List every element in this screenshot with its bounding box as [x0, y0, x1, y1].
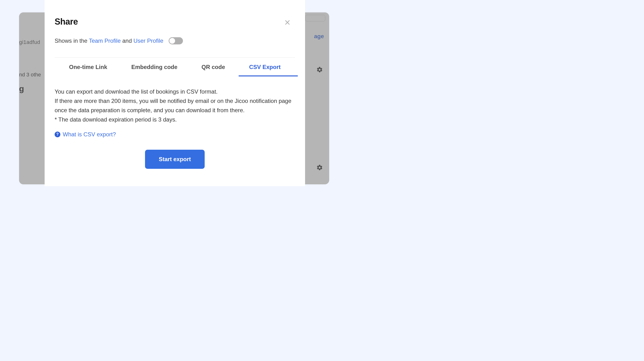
visibility-toggle[interactable]: [169, 37, 183, 45]
close-icon: [284, 19, 290, 27]
visibility-subtitle: Shows in the Team Profile and User Profi…: [54, 37, 295, 45]
description-p2: If there are more than 200 items, you wi…: [54, 97, 295, 115]
action-row: Start export: [54, 150, 295, 169]
csv-export-description: You can export and download the list of …: [54, 87, 295, 124]
start-export-button[interactable]: Start export: [145, 150, 205, 169]
user-profile-link[interactable]: User Profile: [133, 38, 163, 44]
help-row: ? What is CSV export?: [54, 131, 295, 138]
team-profile-link[interactable]: Team Profile: [89, 38, 121, 44]
description-p3: * The data download expiration period is…: [54, 115, 295, 124]
help-icon: ?: [54, 132, 60, 137]
tab-qr-code[interactable]: QR code: [200, 58, 227, 76]
modal-title: Share: [54, 17, 295, 27]
subtitle-conjunction: and: [121, 38, 133, 44]
csv-export-help-link[interactable]: What is CSV export?: [63, 131, 116, 138]
tab-embedding-code[interactable]: Embedding code: [129, 58, 179, 76]
subtitle-prefix: Shows in the: [54, 38, 89, 44]
close-button[interactable]: [283, 19, 292, 27]
tab-csv-export[interactable]: CSV Export: [247, 58, 282, 76]
share-tabs: One-time Link Embedding code QR code CSV…: [54, 57, 295, 76]
share-modal: Share Shows in the Team Profile and User…: [44, 0, 305, 186]
toggle-knob: [169, 38, 175, 44]
description-p1: You can export and download the list of …: [54, 87, 295, 97]
tab-one-time-link[interactable]: One-time Link: [67, 58, 109, 76]
